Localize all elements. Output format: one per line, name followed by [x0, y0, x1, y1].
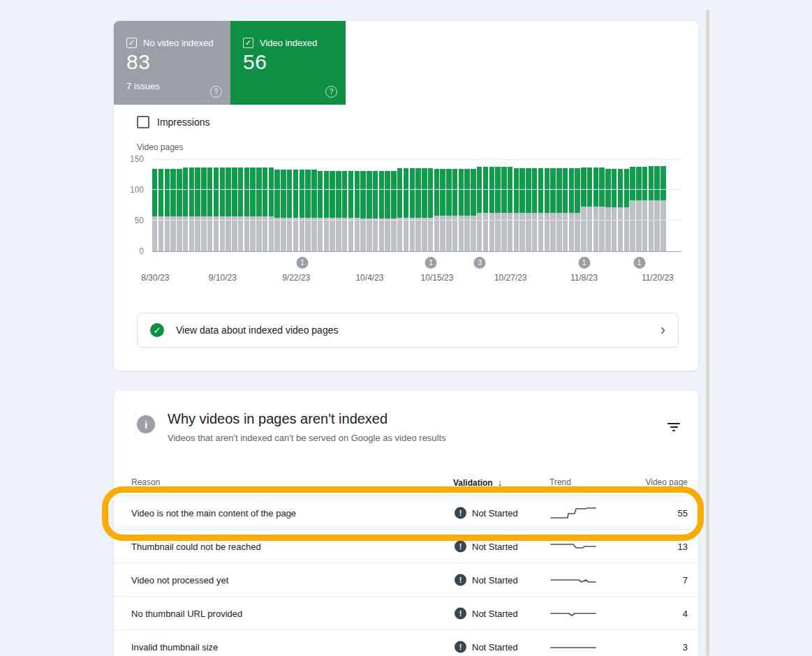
table-row[interactable]: Video is not the main content of the pag…	[114, 495, 698, 529]
no-video-indexed-checkbox[interactable]: ✓	[126, 38, 137, 48]
video-indexed-checkbox[interactable]: ✓	[243, 38, 253, 48]
event-marker[interactable]: 1	[296, 257, 308, 269]
filter-icon[interactable]	[667, 423, 680, 431]
bar-segment-video-indexed	[446, 169, 451, 216]
bar-segment-no-video-indexed	[446, 216, 451, 251]
stacked-bar	[410, 159, 415, 251]
event-marker[interactable]: 1	[633, 257, 645, 269]
bar-segment-video-indexed	[360, 171, 365, 219]
stacked-bar	[569, 159, 574, 251]
stacked-bar	[428, 159, 433, 251]
stacked-bar	[207, 159, 212, 251]
bar-segment-video-indexed	[514, 168, 519, 212]
bar-segment-no-video-indexed	[201, 216, 206, 251]
event-marker[interactable]: 3	[474, 257, 486, 269]
bar-segment-video-indexed	[464, 169, 469, 216]
stacked-bar	[434, 159, 439, 251]
bar-segment-no-video-indexed	[618, 207, 623, 251]
stacked-bar	[342, 159, 347, 251]
impressions-toggle[interactable]: Impressions	[137, 116, 209, 128]
trend-sparkline	[549, 605, 597, 622]
issue-reason: Video not processed yet	[131, 574, 228, 585]
stacked-bar	[563, 159, 568, 251]
stacked-bar	[214, 159, 219, 251]
validation-status: !Not Started	[455, 540, 518, 552]
bar-segment-no-video-indexed	[569, 213, 574, 251]
issue-reason: Video is not the main content of the pag…	[131, 507, 296, 518]
issue-reason: Invalid thumbnail size	[131, 641, 218, 652]
stacked-bar	[556, 159, 561, 251]
bar-segment-no-video-indexed	[649, 200, 654, 251]
status-label: Not Started	[472, 541, 518, 551]
event-marker[interactable]: 1	[425, 257, 437, 269]
stacked-bar	[373, 159, 378, 251]
stacked-bar	[274, 159, 279, 251]
column-header-validation[interactable]: Validation ↓	[453, 477, 502, 488]
stacked-bar	[587, 159, 592, 251]
alert-icon: !	[455, 574, 466, 586]
bar-segment-no-video-indexed	[471, 216, 475, 251]
view-data-banner[interactable]: ✓ View data about indexed video pages ›	[137, 313, 679, 348]
stacked-bar	[330, 159, 334, 251]
bar-segment-no-video-indexed	[514, 213, 519, 251]
bar-segment-no-video-indexed	[336, 218, 341, 251]
validation-status: !Not Started	[455, 641, 518, 653]
impressions-label: Impressions	[157, 117, 209, 128]
bar-segment-video-indexed	[459, 169, 464, 216]
scrollbar[interactable]	[706, 10, 709, 656]
bar-segment-no-video-indexed	[305, 218, 310, 251]
issues-card: i Why videos in pages aren't indexed Vid…	[114, 391, 698, 656]
bar-segment-video-indexed	[373, 171, 378, 219]
bar-segment-no-video-indexed	[575, 213, 580, 251]
bar-segment-video-indexed	[452, 169, 457, 216]
bar-segment-video-indexed	[654, 166, 659, 200]
bar-segment-no-video-indexed	[452, 216, 457, 251]
bar-segment-no-video-indexed	[428, 218, 433, 251]
bar-segment-video-indexed	[519, 168, 524, 212]
stacked-bar	[618, 159, 623, 251]
alert-icon: !	[455, 540, 466, 552]
bar-segment-video-indexed	[660, 166, 665, 200]
metric-no-video-indexed[interactable]: ✓ No video indexed 83 7 issues ?	[114, 21, 230, 105]
bar-segment-no-video-indexed	[489, 213, 494, 251]
table-row[interactable]: Video not processed yet!Not Started7	[114, 562, 698, 596]
stacked-bar	[189, 159, 194, 251]
bar-segment-video-indexed	[170, 169, 175, 216]
column-header-trend[interactable]: Trend	[549, 477, 571, 487]
bar-segment-no-video-indexed	[508, 213, 512, 251]
table-row[interactable]: No thumbnail URL provided!Not Started4	[114, 596, 698, 629]
bar-segment-no-video-indexed	[587, 207, 592, 251]
stacked-bar	[183, 159, 188, 251]
column-header-video-page[interactable]: Video page	[645, 477, 688, 487]
bar-segment-no-video-indexed	[605, 207, 610, 251]
bar-segment-no-video-indexed	[324, 218, 329, 251]
bar-segment-video-indexed	[305, 170, 310, 218]
chevron-right-icon[interactable]: ›	[660, 322, 665, 338]
bar-segment-video-indexed	[612, 169, 617, 207]
bar-segment-no-video-indexed	[367, 218, 371, 251]
impressions-checkbox[interactable]	[137, 116, 149, 128]
bar-segment-video-indexed	[330, 171, 334, 218]
stacked-bar	[391, 159, 396, 251]
stacked-bar	[642, 159, 647, 251]
bar-segment-no-video-indexed	[165, 216, 170, 251]
bar-segment-video-indexed	[238, 167, 243, 216]
issues-subtitle: Videos that aren't indexed can't be serv…	[168, 433, 446, 443]
bar-segment-video-indexed	[538, 168, 543, 212]
stacked-bar	[599, 159, 604, 251]
help-icon[interactable]: ?	[210, 86, 222, 98]
bar-segment-no-video-indexed	[348, 218, 353, 251]
bar-segment-video-indexed	[244, 167, 249, 216]
bar-segment-no-video-indexed	[318, 218, 323, 251]
table-row[interactable]: Invalid thumbnail size!Not Started3	[114, 629, 698, 656]
y-tick-label: 100	[130, 185, 144, 195]
bar-segment-no-video-indexed	[152, 216, 157, 251]
x-tick-label: 9/22/23	[282, 273, 310, 283]
table-row[interactable]: Thumbnail could not be reached!Not Start…	[114, 529, 698, 562]
help-icon[interactable]: ?	[325, 86, 337, 98]
stacked-bar	[269, 159, 274, 251]
metric-video-indexed[interactable]: ✓ Video indexed 56 ?	[230, 21, 346, 105]
event-marker[interactable]: 1	[578, 257, 590, 269]
column-header-reason[interactable]: Reason	[131, 477, 160, 487]
bar-segment-no-video-indexed	[330, 218, 334, 251]
